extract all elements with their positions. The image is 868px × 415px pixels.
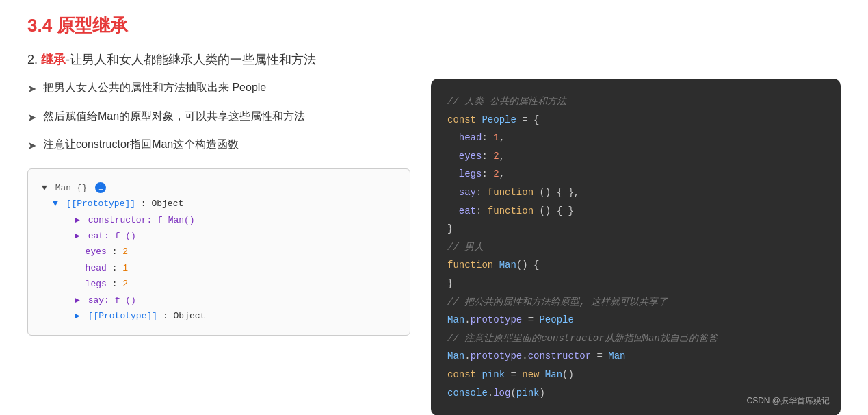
- heading-prefix: 2.: [27, 53, 41, 66]
- debug-text: : Object: [163, 311, 205, 321]
- debug-value: 2: [122, 247, 128, 257]
- code-line: say: function () { },: [447, 184, 824, 202]
- section-heading: 2. 继承-让男人和女人都能继承人类的一些属性和方法: [27, 51, 841, 68]
- code-line: eyes: 2,: [447, 147, 824, 166]
- code-line: function Man() {: [447, 256, 824, 275]
- debug-value: 2: [122, 279, 128, 289]
- debug-line: legs : 2: [53, 276, 396, 292]
- bullet-text: 注意让constructor指回Man这个构造函数: [43, 136, 239, 153]
- debug-text: : Object: [141, 199, 183, 209]
- right-panel: // 人类 公共的属性和方法 const People = { head: 1,…: [431, 79, 841, 415]
- debug-header: ▼ Man {} i: [42, 180, 396, 196]
- debug-line: ▼ [[Prototype]] : Object: [53, 196, 396, 212]
- code-line: }: [447, 275, 824, 293]
- debug-line: ▶ constructor: f Man(): [53, 212, 396, 228]
- code-line: // 男人: [447, 238, 824, 257]
- code-line: Man.prototype.constructor = Man: [447, 347, 824, 366]
- debug-text: [[Prototype]]: [88, 311, 157, 321]
- debug-text: say: f (): [88, 295, 136, 305]
- triangle-icon: ▼: [42, 183, 47, 193]
- debug-text: :: [112, 263, 123, 273]
- debug-text: eat: f (): [88, 231, 136, 241]
- debug-text: :: [112, 279, 123, 289]
- debug-line: ▶ say: f (): [53, 292, 396, 308]
- bullet-arrow: ➤: [27, 109, 36, 127]
- bullet-text: 然后赋值给Man的原型对象，可以共享这些属性和方法: [43, 108, 305, 125]
- debug-value: 1: [122, 263, 128, 273]
- info-icon: i: [95, 182, 106, 193]
- watermark: CSDN @振华首席娱记: [746, 393, 830, 409]
- code-line: Man.prototype = People: [447, 311, 824, 329]
- debug-line: ▶ [[Prototype]] : Object: [53, 308, 396, 324]
- bullet-arrow: ➤: [27, 80, 36, 98]
- expand-icon: ▶: [75, 295, 80, 305]
- debug-prop: legs: [75, 279, 107, 289]
- left-panel: ➤ 把男人女人公共的属性和方法抽取出来 People ➤ 然后赋值给Man的原型…: [27, 79, 410, 336]
- page-title: 3.4 原型继承: [27, 14, 841, 38]
- code-line: // 人类 公共的属性和方法: [447, 92, 824, 111]
- code-line: legs: 2,: [447, 165, 824, 184]
- bullet-text: 把男人女人公共的属性和方法抽取出来 People: [43, 79, 266, 97]
- expand-icon: ▼: [53, 199, 58, 209]
- expand-icon: ▶: [75, 311, 80, 321]
- code-line: // 把公共的属性和方法给原型, 这样就可以共享了: [447, 293, 824, 312]
- code-line: const pink = new Man(): [447, 366, 824, 384]
- bullet-arrow: ➤: [27, 137, 36, 155]
- list-item: ➤ 把男人女人公共的属性和方法抽取出来 People: [27, 79, 410, 98]
- debug-line: ▶ eat: f (): [53, 228, 396, 244]
- debug-prototype-section: ▼ [[Prototype]] : Object ▶ constructor: …: [42, 196, 396, 324]
- expand-icon: ▶: [75, 215, 80, 225]
- debug-text: constructor: f Man(): [88, 215, 195, 225]
- code-line: head: 1,: [447, 129, 824, 147]
- debug-prop: head: [75, 263, 107, 273]
- debug-prop: eyes: [75, 247, 107, 257]
- bullet-list: ➤ 把男人女人公共的属性和方法抽取出来 People ➤ 然后赋值给Man的原型…: [27, 79, 410, 155]
- code-line: eat: function () { }: [447, 202, 824, 221]
- code-block: // 人类 公共的属性和方法 const People = { head: 1,…: [431, 79, 841, 415]
- debug-box: ▼ Man {} i ▼ [[Prototype]] : Object ▶ co…: [27, 168, 410, 336]
- code-line: // 注意让原型里面的constructor从新指回Man找自己的爸爸: [447, 329, 824, 348]
- debug-obj-name: Man {}: [55, 183, 88, 193]
- heading-rest: -让男人和女人都能继承人类的一些属性和方法: [66, 53, 316, 66]
- debug-line: head : 1: [53, 260, 396, 276]
- debug-text: :: [112, 247, 123, 257]
- code-line: const People = {: [447, 111, 824, 129]
- heading-keyword: 继承: [41, 53, 66, 66]
- expand-icon: ▶: [75, 231, 80, 241]
- list-item: ➤ 然后赋值给Man的原型对象，可以共享这些属性和方法: [27, 108, 410, 127]
- main-layout: ➤ 把男人女人公共的属性和方法抽取出来 People ➤ 然后赋值给Man的原型…: [27, 79, 841, 415]
- code-line: }: [447, 220, 824, 238]
- debug-line: eyes : 2: [53, 244, 396, 260]
- debug-text: [[Prototype]]: [66, 199, 135, 209]
- list-item: ➤ 注意让constructor指回Man这个构造函数: [27, 136, 410, 155]
